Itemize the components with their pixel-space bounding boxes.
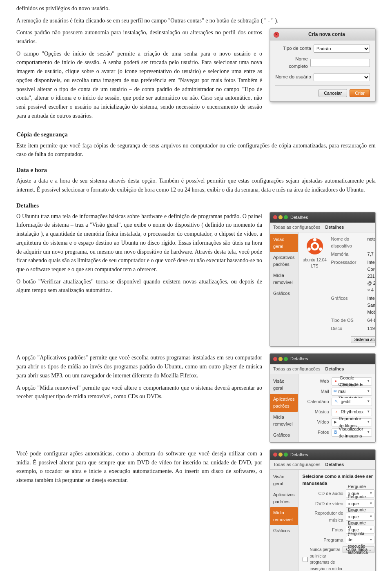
detalhes-col3: Você pode configurar ações automáticas, … (16, 449, 376, 571)
rhythmbox-icon: ♪ (334, 409, 339, 415)
app-label-video: Vídeo (303, 419, 329, 426)
dialog-nome-row: Nome completo (275, 56, 370, 70)
dataehora-section: Data e hora Ajuste a data e a hora de se… (16, 165, 376, 194)
para-1: definidos os privilégios do novo usuário… (16, 4, 376, 13)
midia-checkbox-label: Nunca perguntar ou iniciar programas de … (310, 546, 343, 571)
nav-detalhes[interactable]: Detalhes (325, 224, 344, 231)
dialog-cancel-button[interactable]: Cancelar (318, 89, 347, 97)
para-4: O campo "Opções de início de sessão" per… (16, 49, 262, 120)
panel2-sidebar-midia[interactable]: Mídia removível (270, 412, 298, 430)
dialog-titlebar: ✕ Cria nova conta (270, 29, 375, 40)
sidebar-graficos[interactable]: Gráficos (270, 288, 298, 299)
detalhes-text4: A opção "Midia removível" permite que vo… (16, 384, 262, 401)
detalhes-text5: Você pode configurar ações automáticas, … (16, 449, 262, 485)
midia-label-programa: Programa (303, 537, 343, 544)
panel3-sidebar-midia[interactable]: Mídia removível (270, 507, 298, 525)
panel3-col: Detalhes Todas as configurações Detalhes… (270, 449, 376, 571)
panel2-sidebar-visao[interactable]: Visão geral (270, 376, 298, 394)
max-dot[interactable] (284, 215, 288, 219)
panel3-sidebar-aplicativos[interactable]: Aplicativos padrões (270, 489, 298, 507)
svg-point-2 (313, 238, 316, 241)
min-dot[interactable] (278, 215, 283, 219)
info-value-memory: 7,7 GiB (368, 251, 376, 258)
app-value-fotos[interactable]: 🖼 Visualizador de imagens ▼ (332, 428, 372, 437)
sidebar-aplicativos[interactable]: Aplicativos padrões (270, 252, 298, 270)
panel3-min-dot[interactable] (278, 453, 283, 457)
panel3-close-dot[interactable] (273, 453, 277, 457)
panel3-title: Detalhes (290, 451, 308, 458)
panel2-sidebar-aplicativos[interactable]: Aplicativos padrões (270, 394, 298, 412)
info-value-device: notebook (368, 236, 376, 250)
page-content: definidos os privilégios do novo usuário… (16, 4, 376, 571)
info-label-os: Tipo de OS (331, 317, 366, 324)
panel3-nav-detalhes[interactable]: Detalhes (325, 461, 344, 468)
chrome-icon: ● (334, 379, 338, 384)
panel3-max-dot[interactable] (284, 453, 288, 457)
nav-all-settings[interactable]: Todas as configurações (273, 224, 321, 231)
panel3-sidebar-visao[interactable]: Visão geral (270, 471, 298, 489)
dialog-create-button[interactable]: Criar (350, 89, 370, 97)
visao-section: ubuntu 12.04 LTS Nome do dispositivo not… (303, 236, 376, 343)
svg-point-4 (319, 248, 322, 251)
video-icon: ▶ (334, 419, 337, 425)
info-value-graphics: Intel® Sandybridge Mobile (368, 295, 376, 316)
dialog-tipo-control: Padrão (314, 45, 370, 53)
app-text-fotos: Visualizador de imagens (339, 426, 365, 439)
svg-point-3 (307, 248, 310, 251)
panel1-col: Detalhes Todas as configurações Detalhes… (270, 212, 376, 351)
panel3-titlebar: Detalhes (270, 450, 375, 460)
dialog-usuario-label: Nome do usuário (275, 74, 311, 81)
dialog-close-button[interactable]: ✕ (274, 32, 279, 38)
gedit-icon: ✎ (334, 399, 339, 405)
panel2-titlebar: Detalhes (270, 354, 375, 364)
midia-checkbox[interactable] (303, 557, 308, 562)
midia-value-programa[interactable]: ⚙ Pergunta de execução automática ▼ (346, 536, 375, 544)
info-label-disk: Disco (331, 325, 366, 332)
app-value-calendario[interactable]: ✎ gedit ▼ (332, 398, 372, 406)
dialog-tipo-select[interactable]: Padrão (314, 45, 370, 53)
panel-aplicativos: Detalhes Todas as configurações Detalhes… (270, 353, 376, 442)
panel3-sidebar-graficos[interactable]: Gráficos (270, 525, 298, 536)
update-button[interactable]: Sistema atualizado (351, 336, 376, 343)
cd-dropdown-arrow: ▼ (370, 491, 373, 496)
detalhes-col1: O Ubuntu traz uma tela de informações bá… (16, 212, 376, 351)
panel2-sidebar-graficos[interactable]: Gráficos (270, 430, 298, 441)
info-row-graphics: Gráficos Intel® Sandybridge Mobile (331, 295, 376, 316)
dialog-body: Tipo de conta Padrão Nome completo (270, 40, 375, 101)
midia-label-dvd: DVD de vídeo (303, 500, 343, 507)
panel2-col: Detalhes Todas as configurações Detalhes… (270, 353, 376, 446)
sidebar-midia[interactable]: Mídia removível (270, 270, 298, 288)
app-label-fotos: Fotos (303, 429, 329, 436)
musica-dropdown-arrow: ▼ (367, 409, 370, 414)
dialog-nome-input[interactable] (310, 59, 370, 67)
panel3-nav-all[interactable]: Todas as configurações (273, 461, 321, 468)
panel2-close-dot[interactable] (273, 357, 277, 361)
panel2-max-dot[interactable] (284, 357, 288, 361)
info-label-graphics: Gráficos (331, 295, 366, 316)
dialog-column: ✕ Cria nova conta Tipo de conta Padrão N… (270, 28, 376, 102)
info-row-os: Tipo de OS 64-bit (331, 317, 376, 324)
panel2-titlebar-dots (273, 357, 288, 361)
panel1-sidebar: Visão geral Aplicativos padrões Mídia re… (270, 232, 298, 347)
app-value-mail[interactable]: ✉ Cliente de E-mail Thunderbird ▼ (332, 388, 372, 396)
info-row-processor: Processador Intel® Core™ i3-2310M CPU @ … (331, 259, 376, 294)
copiaseguranca-text: Este item permite que você faça cópias d… (16, 141, 376, 159)
panel1-titlebar: Detalhes (270, 212, 375, 223)
panel3-nav: Todas as configurações Detalhes (270, 460, 375, 470)
app-label-mail: Mail (303, 388, 329, 395)
panel2-nav-detalhes[interactable]: Detalhes (325, 366, 344, 372)
panel2-nav-all[interactable]: Todas as configurações (273, 366, 321, 372)
dialog-usuario-select[interactable] (314, 73, 370, 81)
app-label-calendario: Calendário (303, 398, 329, 405)
panel2-min-dot[interactable] (278, 357, 283, 361)
web-dropdown-arrow: ▼ (367, 379, 370, 384)
midia-row-programa: Programa ⚙ Pergunta de execução automáti… (303, 536, 375, 544)
dialog-usuario-row: Nome do usuário (275, 73, 370, 81)
close-dot[interactable] (273, 215, 277, 219)
video-dropdown-arrow: ▼ (367, 419, 370, 424)
sidebar-visao-geral[interactable]: Visão geral (270, 234, 298, 252)
midia-text-programa: ⚙ Pergunta de execução automática (348, 524, 368, 556)
detalhes-text-col1: O Ubuntu traz uma tela de informações bá… (16, 212, 262, 298)
panel1-main: ubuntu 12.04 LTS Nome do dispositivo not… (298, 232, 376, 347)
programa-dropdown-arrow: ▼ (370, 538, 373, 542)
